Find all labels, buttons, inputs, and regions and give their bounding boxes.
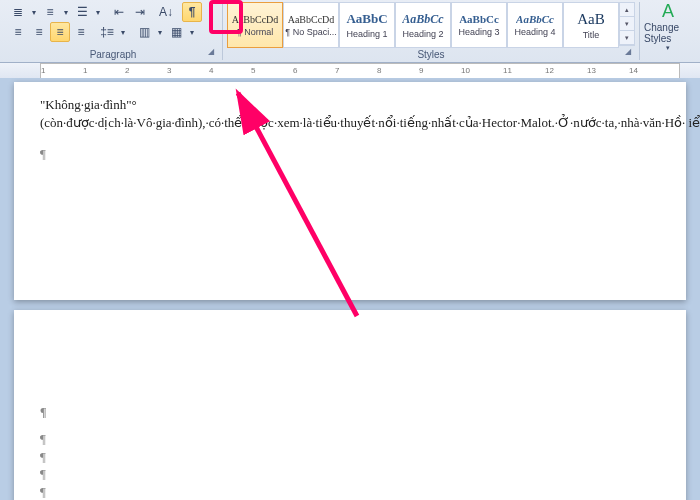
justify-button[interactable]: ≡ (71, 22, 91, 42)
style-preview: AaBbCc (516, 13, 554, 25)
styles-gallery[interactable]: AaBbCcDd¶ NormalAaBbCcDd¶ No Spaci...AaB… (227, 2, 635, 46)
sort-button[interactable]: A↓ (156, 2, 176, 22)
document-area: "Không·gia·đình"°(còn·được·dịch·là·Vô·gi… (0, 78, 700, 500)
style-preview: AaBbC (346, 11, 387, 27)
align-right-button[interactable]: ≡ (50, 22, 70, 42)
paragraph-mark-icon: ¶ (40, 431, 46, 446)
group-label-paragraph: Paragraph (4, 48, 222, 61)
style-label: Heading 3 (458, 27, 499, 37)
numbering-dropdown[interactable]: ▾ (61, 2, 71, 22)
paragraph-dialog-launcher[interactable]: ◢ (208, 47, 220, 59)
increase-indent-button[interactable]: ⇥ (130, 2, 150, 22)
style-item-title[interactable]: AaBTitle (563, 2, 619, 48)
style-item-heading-2[interactable]: AaBbCcHeading 2 (395, 2, 451, 48)
borders-button[interactable]: ▦ (166, 22, 186, 42)
styles-scroll-button[interactable]: ▴ (620, 3, 634, 17)
style-label: Heading 4 (514, 27, 555, 37)
borders-dropdown[interactable]: ▾ (187, 22, 197, 42)
page-2[interactable]: ¶ ¶ ¶ ¶ ¶ ¶ (14, 310, 686, 500)
line-spacing-dropdown[interactable]: ▾ (118, 22, 128, 42)
style-label: Heading 1 (346, 29, 387, 39)
group-label-styles: Styles (223, 48, 639, 61)
style-preview: AaBbCc (459, 13, 499, 25)
paragraph-mark-icon: ¶ (40, 484, 46, 499)
style-item-heading-4[interactable]: AaBbCcHeading 4 (507, 2, 563, 48)
numbering-button[interactable]: ≡ (40, 2, 60, 22)
change-styles-icon: A (662, 2, 674, 22)
page-1[interactable]: "Không·gia·đình"°(còn·được·dịch·là·Vô·gi… (14, 82, 686, 300)
style-preview: AaBbCc (402, 12, 443, 27)
style-label: Title (583, 30, 600, 40)
style-preview: AaB (577, 11, 605, 28)
paragraph-mark-icon: ¶ (40, 405, 46, 419)
multilevel-list-button[interactable]: ☰ (72, 2, 92, 22)
align-left-button[interactable]: ≡ (8, 22, 28, 42)
style-item-heading-3[interactable]: AaBbCcHeading 3 (451, 2, 507, 48)
paragraph-mark-icon: ¶ (40, 146, 46, 161)
line-spacing-button[interactable]: ‡≡ (97, 22, 117, 42)
style-label: ¶ No Spaci... (285, 27, 336, 37)
style-preview: AaBbCcDd (288, 14, 335, 25)
style-item-heading-1[interactable]: AaBbCHeading 1 (339, 2, 395, 48)
bullets-dropdown[interactable]: ▾ (29, 2, 39, 22)
style-preview: AaBbCcDd (232, 14, 279, 25)
styles-dialog-launcher[interactable]: ◢ (625, 47, 637, 59)
paragraph-mark-icon: ¶ (40, 466, 46, 481)
group-paragraph: ≣ ▾ ≡ ▾ ☰ ▾ ⇤ ⇥ A↓ ¶ ≡ ≡ ≡ ≡ ‡≡ ▾ ▥ ▾ ▦ … (4, 2, 223, 60)
bullets-button[interactable]: ≣ (8, 2, 28, 22)
shading-button[interactable]: ▥ (134, 22, 154, 42)
show-hide-paragraph-marks-button[interactable]: ¶ (182, 2, 202, 22)
shading-dropdown[interactable]: ▾ (155, 22, 165, 42)
style-label: ¶ Normal (237, 27, 273, 37)
multilevel-dropdown[interactable]: ▾ (93, 2, 103, 22)
style-label: Heading 2 (402, 29, 443, 39)
group-styles: AaBbCcDd¶ NormalAaBbCcDd¶ No Spaci...AaB… (223, 2, 640, 60)
align-center-button[interactable]: ≡ (29, 22, 49, 42)
styles-more-button[interactable]: ▾ (620, 31, 634, 45)
change-styles-button[interactable]: A Change Styles ▾ (644, 2, 692, 51)
style-item--no-spaci-[interactable]: AaBbCcDd¶ No Spaci... (283, 2, 339, 48)
group-change-styles: A Change Styles ▾ (640, 2, 696, 60)
decrease-indent-button[interactable]: ⇤ (109, 2, 129, 22)
styles-scroll-button[interactable]: ▾ (620, 17, 634, 31)
paragraph-mark-icon: ¶ (40, 449, 46, 464)
ribbon: ≣ ▾ ≡ ▾ ☰ ▾ ⇤ ⇥ A↓ ¶ ≡ ≡ ≡ ≡ ‡≡ ▾ ▥ ▾ ▦ … (0, 0, 700, 63)
paragraph-text[interactable]: "Không·gia·đình"°(còn·được·dịch·là·Vô·gi… (40, 97, 700, 130)
style-item--normal[interactable]: AaBbCcDd¶ Normal (227, 2, 283, 48)
